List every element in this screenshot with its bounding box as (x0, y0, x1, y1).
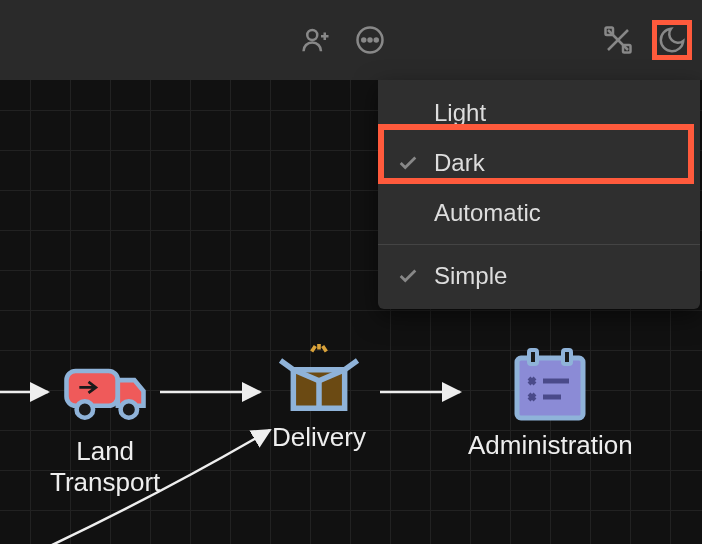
ellipsis-icon (355, 25, 385, 55)
person-add-icon (301, 25, 331, 55)
menu-separator (378, 244, 700, 245)
theme-option-simple[interactable]: Simple (378, 251, 700, 301)
add-person-button[interactable] (296, 20, 336, 60)
theme-option-label: Light (434, 99, 486, 127)
node-delivery[interactable]: Delivery (272, 342, 366, 453)
theme-toggle-button[interactable] (652, 20, 692, 60)
node-label: Delivery (272, 422, 366, 453)
node-land-transport[interactable]: Land Transport (50, 356, 160, 498)
check-icon (396, 201, 420, 225)
node-label: Administration (468, 430, 633, 461)
theme-option-dark[interactable]: Dark (378, 138, 700, 188)
node-administration[interactable]: Administration (468, 350, 633, 461)
clipboard-icon (506, 350, 594, 422)
check-icon (396, 101, 420, 125)
open-box-icon (275, 342, 363, 414)
theme-dropdown: Light Dark Automatic Simple (378, 80, 700, 309)
node-label: Land Transport (50, 436, 160, 498)
theme-option-label: Dark (434, 149, 485, 177)
moon-icon (657, 25, 687, 55)
svg-rect-16 (529, 350, 537, 364)
theme-option-automatic[interactable]: Automatic (378, 188, 700, 238)
theme-option-light[interactable]: Light (378, 88, 700, 138)
svg-point-0 (307, 30, 317, 40)
svg-point-11 (77, 401, 93, 418)
svg-point-3 (369, 39, 372, 42)
svg-point-2 (362, 39, 365, 42)
svg-rect-15 (517, 358, 583, 418)
svg-point-12 (121, 401, 138, 418)
design-tools-icon (603, 25, 633, 55)
theme-option-label: Automatic (434, 199, 541, 227)
toolbar (0, 0, 702, 80)
check-icon (396, 151, 420, 175)
svg-rect-17 (563, 350, 571, 364)
truck-icon (61, 356, 149, 428)
more-options-button[interactable] (350, 20, 390, 60)
theme-option-label: Simple (434, 262, 507, 290)
design-tools-button[interactable] (598, 20, 638, 60)
check-icon (396, 264, 420, 288)
svg-point-4 (375, 39, 378, 42)
